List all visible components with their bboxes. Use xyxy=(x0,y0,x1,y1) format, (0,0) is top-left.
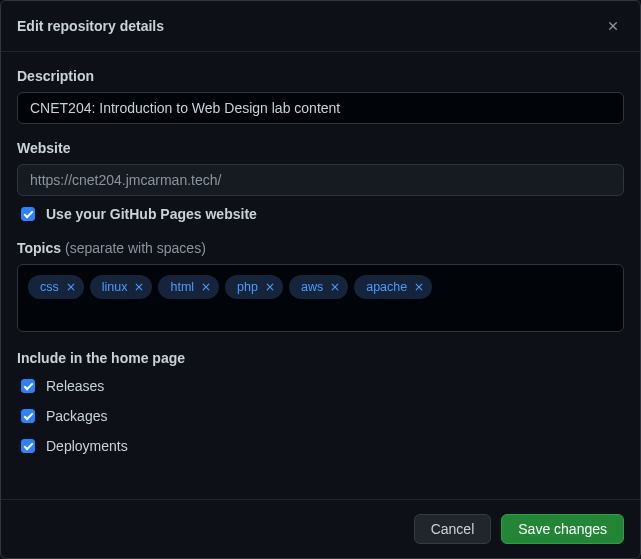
remove-topic-icon[interactable] xyxy=(413,281,425,293)
modal-footer: Cancel Save changes xyxy=(1,499,640,558)
description-label: Description xyxy=(17,68,624,84)
topic-label: css xyxy=(40,277,59,297)
use-pages-label[interactable]: Use your GitHub Pages website xyxy=(46,206,257,222)
topic-label: php xyxy=(237,277,258,297)
topics-input[interactable]: csslinuxhtmlphpawsapache xyxy=(17,264,624,332)
description-group: Description xyxy=(17,68,624,124)
close-icon xyxy=(606,21,620,36)
edit-repo-modal: Edit repository details Description Webs… xyxy=(0,0,641,559)
include-row: Deployments xyxy=(17,436,624,456)
include-row: Packages xyxy=(17,406,624,426)
include-checkbox[interactable] xyxy=(21,379,35,393)
topic-pill: html xyxy=(158,275,219,299)
remove-topic-icon[interactable] xyxy=(133,281,145,293)
description-input[interactable] xyxy=(17,92,624,124)
remove-topic-icon[interactable] xyxy=(329,281,341,293)
save-button[interactable]: Save changes xyxy=(501,514,624,544)
topic-pill: apache xyxy=(354,275,432,299)
topics-label: Topics (separate with spaces) xyxy=(17,240,624,256)
modal-header: Edit repository details xyxy=(1,1,640,52)
website-label: Website xyxy=(17,140,624,156)
use-pages-checkbox[interactable] xyxy=(21,207,35,221)
close-button[interactable] xyxy=(602,15,624,37)
remove-topic-icon[interactable] xyxy=(200,281,212,293)
topics-hint: (separate with spaces) xyxy=(65,240,206,256)
topic-pill: css xyxy=(28,275,84,299)
cancel-button[interactable]: Cancel xyxy=(414,514,492,544)
topic-pill: php xyxy=(225,275,283,299)
include-label[interactable]: Releases xyxy=(46,378,104,394)
remove-topic-icon[interactable] xyxy=(65,281,77,293)
topic-label: aws xyxy=(301,277,323,297)
include-checkbox[interactable] xyxy=(21,409,35,423)
include-row: Releases xyxy=(17,376,624,396)
topic-label: linux xyxy=(102,277,128,297)
website-group: Website Use your GitHub Pages website xyxy=(17,140,624,224)
modal-body: Description Website Use your GitHub Page… xyxy=(1,52,640,499)
website-input[interactable] xyxy=(17,164,624,196)
include-label[interactable]: Packages xyxy=(46,408,107,424)
use-pages-row: Use your GitHub Pages website xyxy=(17,204,624,224)
topics-label-text: Topics xyxy=(17,240,61,256)
include-list: ReleasesPackagesDeployments xyxy=(17,376,624,456)
topic-pill: linux xyxy=(90,275,153,299)
topic-label: html xyxy=(170,277,194,297)
topic-label: apache xyxy=(366,277,407,297)
modal-title: Edit repository details xyxy=(17,18,164,34)
include-heading: Include in the home page xyxy=(17,350,624,366)
include-checkbox[interactable] xyxy=(21,439,35,453)
topic-pill: aws xyxy=(289,275,348,299)
include-label[interactable]: Deployments xyxy=(46,438,128,454)
remove-topic-icon[interactable] xyxy=(264,281,276,293)
topics-group: Topics (separate with spaces) csslinuxht… xyxy=(17,240,624,332)
